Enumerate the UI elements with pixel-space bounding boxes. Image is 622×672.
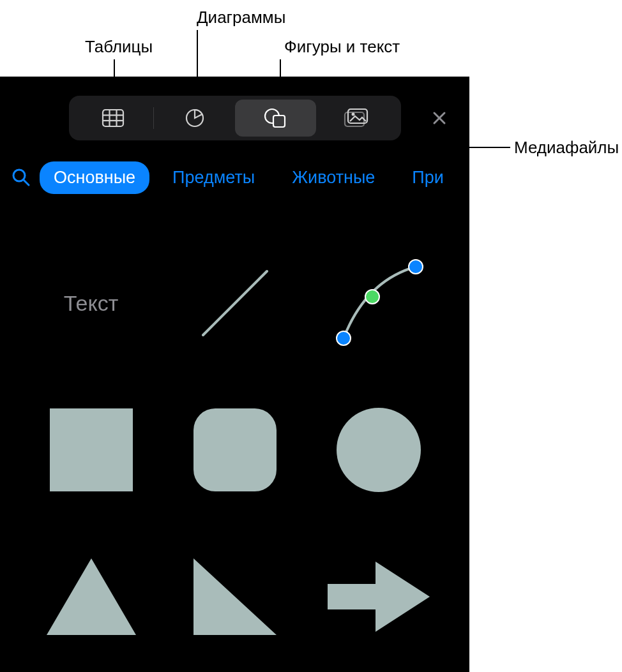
category-more[interactable]: При bbox=[398, 161, 444, 194]
close-icon bbox=[432, 110, 447, 126]
svg-point-16 bbox=[337, 331, 351, 345]
shape-triangle[interactable] bbox=[27, 533, 155, 661]
rounded-square-icon bbox=[190, 405, 280, 495]
shape-right-triangle[interactable] bbox=[171, 533, 299, 661]
svg-line-14 bbox=[24, 180, 29, 185]
callout-tables: Таблицы bbox=[85, 37, 153, 57]
svg-rect-20 bbox=[193, 408, 277, 491]
svg-line-15 bbox=[203, 271, 267, 335]
circle-icon bbox=[334, 405, 423, 495]
arrow-right-icon bbox=[324, 555, 433, 638]
insert-type-toolbar bbox=[69, 96, 401, 140]
insert-panel: Основные Предметы Животные При Текст bbox=[0, 77, 469, 672]
svg-point-9 bbox=[352, 113, 355, 116]
shape-rounded-square[interactable] bbox=[171, 386, 299, 514]
tables-tab[interactable] bbox=[73, 100, 154, 137]
category-objects[interactable]: Предметы bbox=[158, 161, 269, 194]
svg-marker-24 bbox=[328, 562, 430, 632]
category-basic[interactable]: Основные bbox=[40, 161, 149, 194]
shapes-tab[interactable] bbox=[235, 100, 316, 137]
callout-shapes-text: Фигуры и текст bbox=[284, 37, 400, 57]
shape-square[interactable] bbox=[27, 386, 155, 514]
shapes-grid: Текст bbox=[0, 217, 469, 672]
media-tab[interactable] bbox=[316, 100, 397, 137]
photo-icon bbox=[344, 108, 368, 128]
svg-rect-19 bbox=[50, 408, 133, 491]
square-icon bbox=[47, 405, 136, 495]
pie-chart-icon bbox=[185, 108, 204, 128]
shape-text[interactable]: Текст bbox=[27, 239, 155, 367]
shapes-icon bbox=[264, 108, 287, 128]
svg-marker-22 bbox=[47, 558, 136, 635]
svg-marker-23 bbox=[193, 558, 277, 635]
svg-rect-7 bbox=[273, 116, 285, 127]
shape-circle[interactable] bbox=[315, 386, 443, 514]
close-button[interactable] bbox=[429, 107, 450, 129]
svg-point-17 bbox=[365, 290, 379, 304]
curve-pen-icon bbox=[328, 255, 430, 351]
shape-line[interactable] bbox=[171, 239, 299, 367]
callout-charts: Диаграммы bbox=[197, 8, 285, 27]
shape-category-bar: Основные Предметы Животные При bbox=[0, 158, 469, 197]
table-icon bbox=[102, 109, 124, 127]
svg-rect-0 bbox=[103, 110, 123, 126]
charts-tab[interactable] bbox=[154, 100, 235, 137]
category-animals[interactable]: Животные bbox=[278, 161, 389, 194]
callout-media: Медиафайлы bbox=[514, 138, 619, 158]
shape-pen-curve[interactable] bbox=[315, 239, 443, 367]
svg-point-21 bbox=[337, 408, 421, 492]
search-icon bbox=[11, 168, 31, 187]
text-shape-label: Текст bbox=[64, 291, 119, 316]
triangle-icon bbox=[43, 555, 139, 638]
search-button[interactable] bbox=[11, 168, 31, 187]
right-triangle-icon bbox=[190, 555, 280, 638]
line-icon bbox=[190, 258, 280, 348]
shape-arrow-right[interactable] bbox=[315, 533, 443, 661]
svg-point-18 bbox=[409, 260, 423, 274]
